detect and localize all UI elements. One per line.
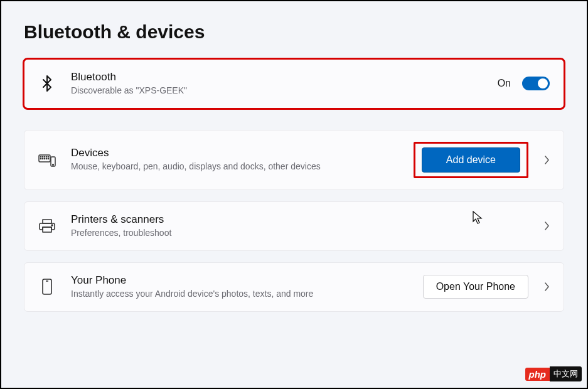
bluetooth-status-label: On bbox=[498, 78, 511, 89]
svg-point-9 bbox=[46, 158, 46, 159]
add-device-button[interactable]: Add device bbox=[422, 147, 520, 173]
devices-icon bbox=[38, 153, 56, 167]
svg-rect-14 bbox=[43, 227, 51, 232]
watermark: php 中文网 bbox=[525, 366, 582, 381]
svg-point-4 bbox=[46, 156, 46, 157]
page-title: Bluetooth & devices bbox=[24, 21, 564, 43]
open-your-phone-button[interactable]: Open Your Phone bbox=[423, 275, 528, 299]
svg-point-7 bbox=[42, 158, 43, 159]
chevron-right-icon bbox=[543, 155, 550, 165]
bluetooth-subtitle: Discoverable as "XPS-GEEK" bbox=[71, 85, 490, 97]
devices-title: Devices bbox=[71, 147, 406, 159]
svg-point-3 bbox=[44, 156, 45, 157]
svg-point-8 bbox=[44, 158, 45, 159]
your-phone-card[interactable]: Your Phone Instantly access your Android… bbox=[24, 262, 564, 312]
printers-subtitle: Preferences, troubleshoot bbox=[71, 227, 532, 239]
printer-icon bbox=[38, 218, 56, 233]
phone-icon bbox=[38, 278, 56, 296]
svg-point-6 bbox=[40, 158, 41, 159]
printers-title: Printers & scanners bbox=[71, 213, 532, 226]
bluetooth-icon bbox=[38, 75, 56, 92]
svg-point-10 bbox=[48, 158, 48, 159]
chevron-right-icon bbox=[543, 221, 550, 231]
svg-point-12 bbox=[53, 164, 54, 166]
devices-text: Devices Mouse, keyboard, pen, audio, dis… bbox=[71, 147, 414, 173]
watermark-rest: 中文网 bbox=[550, 366, 582, 381]
chevron-right-icon bbox=[543, 282, 550, 292]
phone-title: Your Phone bbox=[71, 274, 415, 287]
watermark-php: php bbox=[525, 368, 550, 381]
bluetooth-title: Bluetooth bbox=[71, 71, 490, 83]
devices-card[interactable]: Devices Mouse, keyboard, pen, audio, dis… bbox=[24, 130, 564, 190]
printers-text: Printers & scanners Preferences, trouble… bbox=[71, 213, 540, 239]
svg-point-2 bbox=[42, 156, 43, 157]
bluetooth-card: Bluetooth Discoverable as "XPS-GEEK" On bbox=[24, 59, 564, 109]
svg-point-15 bbox=[51, 225, 53, 226]
devices-subtitle: Mouse, keyboard, pen, audio, displays an… bbox=[71, 161, 406, 173]
phone-subtitle: Instantly access your Android device's p… bbox=[71, 288, 415, 300]
add-device-highlight: Add device bbox=[414, 142, 528, 178]
svg-point-5 bbox=[48, 156, 48, 157]
bluetooth-text: Bluetooth Discoverable as "XPS-GEEK" bbox=[71, 71, 498, 97]
printers-card[interactable]: Printers & scanners Preferences, trouble… bbox=[24, 201, 564, 251]
svg-point-1 bbox=[40, 156, 41, 157]
svg-rect-13 bbox=[43, 220, 51, 223]
bluetooth-toggle[interactable] bbox=[522, 77, 550, 90]
phone-text: Your Phone Instantly access your Android… bbox=[71, 274, 423, 300]
